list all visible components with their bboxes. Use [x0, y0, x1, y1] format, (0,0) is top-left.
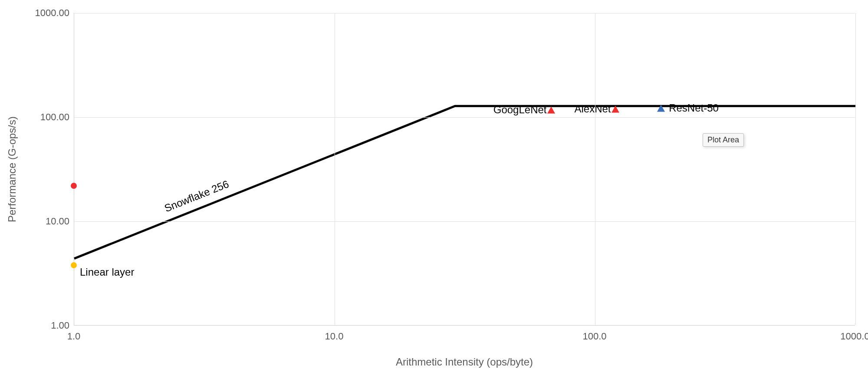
roofline-chart: Performance (G-ops/s) Arithmetic Intensi…	[0, 0, 868, 382]
x-tick: 1000.0	[840, 331, 868, 342]
point-label: Linear layer	[80, 266, 134, 278]
point-linear-layer-red-	[71, 183, 77, 189]
roofline-path	[74, 106, 855, 258]
x-tick: 100.0	[582, 331, 606, 342]
grid-h	[74, 13, 855, 13]
point-alexnet	[612, 105, 619, 112]
point-resnet-50	[657, 105, 665, 112]
point-label: GoogLeNet	[493, 104, 547, 116]
point-label: ResNet-50	[669, 102, 719, 114]
x-axis-label: Arithmetic Intensity (ops/byte)	[396, 356, 533, 368]
grid-v	[335, 13, 335, 325]
y-tick: 10.00	[35, 216, 69, 227]
plot-area-tooltip: Plot Area	[703, 133, 744, 147]
point-googlenet	[547, 106, 555, 113]
plot-area	[74, 13, 855, 326]
y-tick: 1.00	[35, 320, 69, 331]
grid-v	[855, 13, 856, 325]
grid-v	[595, 13, 595, 325]
grid-h	[74, 221, 855, 222]
x-tick: 10.0	[325, 331, 344, 342]
y-tick: 1000.00	[35, 7, 69, 19]
grid-h	[74, 117, 855, 118]
y-axis-label: Performance (G-ops/s)	[6, 116, 18, 222]
point-linear-layer-yellow-	[71, 262, 77, 268]
x-tick: 1.0	[67, 331, 81, 342]
y-tick: 100.00	[35, 112, 69, 123]
point-label: AlexNet	[574, 103, 611, 115]
